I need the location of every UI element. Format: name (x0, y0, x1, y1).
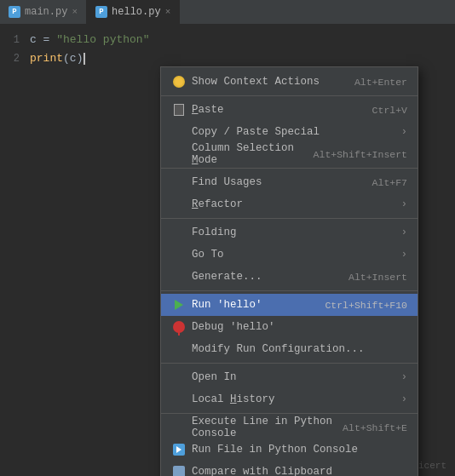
arrow-go-to: › (401, 249, 407, 261)
separator-4 (161, 290, 418, 291)
shortcut-show-context-actions: Alt+Enter (354, 77, 407, 88)
menu-label-refactor: Refactor (192, 198, 243, 210)
menu-item-modify-run-config[interactable]: Modify Run Configuration... (161, 338, 418, 360)
tab-icon-main: P (9, 6, 20, 18)
menu-item-find-usages[interactable]: Find Usages Alt+F7 (161, 171, 418, 193)
separator-6 (161, 413, 418, 414)
menu-item-refactor[interactable]: Refactor › (161, 193, 418, 215)
menu-item-generate[interactable]: Generate... Alt+Insert (161, 266, 418, 288)
line-number-1: 1 (0, 31, 30, 49)
arrow-local-history: › (401, 393, 407, 405)
menu-label-copy-paste-special: Copy / Paste Special (192, 126, 320, 138)
menu-item-run-file-python[interactable]: Run File in Python Console (161, 439, 418, 461)
menu-item-run-hello[interactable]: Run 'hello' Ctrl+Shift+F10 (161, 294, 418, 316)
menu-item-folding[interactable]: Folding › (161, 221, 418, 244)
menu-label-paste: Paste (192, 104, 224, 116)
line-number-2: 2 (0, 49, 30, 68)
menu-label-run-hello: Run 'hello' (192, 299, 262, 311)
shortcut-column-selection-mode: Alt+Shift+Insert (314, 149, 407, 160)
menu-label-debug-hello: Debug 'hello' (192, 321, 275, 333)
folding-icon (171, 225, 187, 240)
tab-label-hello: hello.py (112, 6, 161, 18)
arrow-copy-paste-special: › (401, 126, 407, 138)
column-icon (171, 146, 187, 162)
menu-item-copy-paste-special[interactable]: Copy / Paste Special › (161, 121, 418, 143)
separator-2 (161, 168, 418, 169)
modify-run-icon (171, 341, 187, 357)
shortcut-execute-line: Alt+Shift+E (343, 422, 407, 433)
open-in-icon (171, 370, 187, 385)
menu-label-compare-clipboard: Compare with Clipboard (192, 466, 332, 476)
tab-main-py[interactable]: P main.py × (0, 0, 87, 24)
menu-item-compare-clipboard[interactable]: Compare with Clipboard (161, 461, 418, 476)
menu-item-local-history[interactable]: Local History › (161, 388, 418, 410)
generate-icon (171, 269, 187, 284)
menu-label-execute-line: Execute Line in Python Console (192, 416, 343, 439)
run-file-python-icon (171, 442, 187, 457)
menu-label-open-in: Open In (192, 371, 237, 383)
code-content-1: c = "hello python" (30, 31, 455, 49)
tab-close-hello[interactable]: × (165, 7, 171, 17)
menu-item-show-context-actions[interactable]: Show Context Actions Alt+Enter (161, 71, 418, 93)
shortcut-run-hello: Ctrl+Shift+F10 (325, 300, 407, 311)
menu-item-debug-hello[interactable]: Debug 'hello' (161, 316, 418, 338)
menu-label-run-file-python: Run File in Python Console (192, 444, 358, 456)
tab-close-main[interactable]: × (72, 7, 78, 17)
compare-clipboard-icon (171, 464, 187, 476)
menu-label-show-context-actions: Show Context Actions (192, 76, 320, 88)
execute-line-icon (171, 420, 187, 435)
separator-5 (161, 363, 418, 364)
menu-label-generate: Generate... (192, 271, 262, 283)
shortcut-find-usages: Alt+F7 (372, 177, 407, 188)
menu-item-column-selection-mode[interactable]: Column Selection Mode Alt+Shift+Insert (161, 143, 418, 165)
code-content-2: print(c) (30, 49, 455, 68)
tab-hello-py[interactable]: P hello.py × (87, 0, 180, 24)
shortcut-generate: Alt+Insert (348, 272, 407, 283)
arrow-open-in: › (401, 371, 407, 383)
copy-paste-icon (171, 124, 187, 140)
menu-label-go-to: Go To (192, 249, 224, 261)
menu-label-modify-run-config: Modify Run Configuration... (192, 343, 365, 355)
debug-icon (171, 319, 187, 335)
local-history-icon (171, 392, 187, 407)
context-menu: Show Context Actions Alt+Enter Paste Ctr… (160, 66, 418, 476)
menu-label-local-history: Local History (192, 393, 275, 405)
menu-item-open-in[interactable]: Open In › (161, 366, 418, 388)
menu-item-go-to[interactable]: Go To › (161, 244, 418, 266)
menu-item-execute-line[interactable]: Execute Line in Python Console Alt+Shift… (161, 416, 418, 439)
menu-item-paste[interactable]: Paste Ctrl+V (161, 99, 418, 121)
menu-label-folding: Folding (192, 227, 237, 238)
run-icon (171, 297, 187, 313)
arrow-folding: › (401, 227, 407, 238)
find-usages-icon (171, 175, 187, 190)
go-to-icon (171, 247, 187, 262)
shortcut-paste: Ctrl+V (372, 105, 407, 116)
code-line-1: 1 c = "hello python" (0, 31, 455, 49)
separator-1 (161, 95, 418, 96)
arrow-refactor: › (401, 198, 407, 210)
bulb-icon (171, 74, 187, 89)
code-line-2: 2 print(c) (0, 49, 455, 68)
menu-label-column-selection-mode: Column Selection Mode (192, 142, 314, 166)
tab-label-main: main.py (25, 6, 67, 18)
menu-label-find-usages: Find Usages (192, 176, 262, 188)
paste-icon (171, 102, 187, 118)
refactor-icon (171, 197, 187, 212)
tab-bar: P main.py × P hello.py × (0, 0, 455, 24)
tab-icon-hello: P (95, 6, 107, 18)
separator-3 (161, 218, 418, 219)
